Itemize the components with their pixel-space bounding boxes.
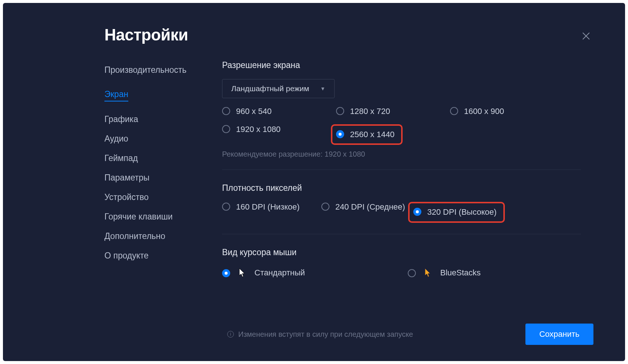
highlight-box: 320 DPI (Высокое) <box>408 202 505 223</box>
sidebar-item-advanced[interactable]: Дополнительно <box>104 226 222 246</box>
sidebar-item-gamepad[interactable]: Геймпад <box>104 149 222 168</box>
save-button[interactable]: Сохранить <box>525 324 593 345</box>
sidebar-item-screen[interactable]: Экран <box>104 85 128 101</box>
radio-label: 1280 x 720 <box>350 106 390 117</box>
dpi-options: 160 DPI (Низкое) 240 DPI (Среднее) 320 D… <box>222 202 581 223</box>
settings-window: Настройки Производительность Экран Графи… <box>3 3 625 361</box>
radio-label: 1920 x 1080 <box>236 124 281 135</box>
sidebar-item-graphics[interactable]: Графика <box>104 110 222 129</box>
resolution-radio-1920x1080[interactable]: 1920 x 1080 <box>222 124 336 145</box>
divider <box>222 169 581 170</box>
radio-icon <box>450 107 458 115</box>
resolution-radio-2560x1440[interactable]: 2560 x 1440 <box>336 129 395 140</box>
radio-label: 320 DPI (Высокое) <box>427 207 497 218</box>
radio-label: BlueStacks <box>440 268 481 278</box>
sidebar-item-parameters[interactable]: Параметры <box>104 168 222 188</box>
sidebar-item-device[interactable]: Устройство <box>104 188 222 207</box>
resolution-mode-dropdown[interactable]: Ландшафтный режим ▼ <box>222 79 335 98</box>
main-panel: Разрешение экрана Ландшафтный режим ▼ 96… <box>222 60 625 324</box>
sidebar-item-audio[interactable]: Аудио <box>104 129 222 149</box>
cursor-radio-bluestacks[interactable]: BlueStacks <box>408 268 481 278</box>
highlight-box: 2560 x 1440 <box>331 124 403 145</box>
radio-icon <box>321 203 329 211</box>
radio-icon <box>222 125 230 133</box>
dpi-radio-160[interactable]: 160 DPI (Низкое) <box>222 202 321 213</box>
page-title: Настройки <box>104 26 188 44</box>
sidebar: Производительность Экран Графика Аудио Г… <box>104 60 222 324</box>
close-icon <box>582 32 590 40</box>
radio-icon <box>413 208 421 216</box>
cursor-bluestacks-icon <box>425 268 431 278</box>
radio-icon <box>408 269 416 277</box>
resolution-radio-1280x720[interactable]: 1280 x 720 <box>336 106 450 117</box>
radio-icon <box>222 107 230 115</box>
divider <box>222 234 581 234</box>
sidebar-item-performance[interactable]: Производительность <box>104 60 222 80</box>
sidebar-item-about[interactable]: О продукте <box>104 246 222 265</box>
radio-label: 240 DPI (Среднее) <box>335 202 405 213</box>
radio-icon <box>336 130 344 138</box>
resolution-title: Разрешение экрана <box>222 60 581 70</box>
chevron-down-icon: ▼ <box>320 86 325 92</box>
cursor-title: Вид курсора мыши <box>222 247 581 257</box>
radio-label: Стандартный <box>254 268 305 278</box>
close-button[interactable] <box>579 29 593 43</box>
footer-note-text: Изменения вступят в силу при следующем з… <box>238 330 413 339</box>
resolution-radio-1600x900[interactable]: 1600 x 900 <box>450 106 564 117</box>
cursor-options: Стандартный BlueStacks <box>222 268 581 278</box>
radio-label: 1600 x 900 <box>464 106 504 117</box>
resolution-hint: Рекомендуемое разрешение: 1920 x 1080 <box>222 150 581 158</box>
radio-label: 160 DPI (Низкое) <box>236 202 300 213</box>
radio-icon <box>336 107 344 115</box>
dropdown-label: Ландшафтный режим <box>231 84 309 93</box>
info-icon: i <box>227 331 234 338</box>
radio-icon <box>222 203 230 211</box>
footer-note: i Изменения вступят в силу при следующем… <box>227 330 413 339</box>
cursor-standard-icon <box>239 268 246 278</box>
radio-label: 2560 x 1440 <box>350 129 395 140</box>
dpi-radio-240[interactable]: 240 DPI (Среднее) <box>321 202 413 213</box>
dpi-title: Плотность пикселей <box>222 183 581 193</box>
resolution-options: 960 x 540 1280 x 720 1600 x 900 1920 x 1… <box>222 106 581 145</box>
radio-icon <box>222 269 230 277</box>
cursor-radio-standard[interactable]: Стандартный <box>222 268 305 278</box>
radio-label: 960 x 540 <box>236 106 272 117</box>
dpi-radio-320[interactable]: 320 DPI (Высокое) <box>413 207 497 218</box>
sidebar-item-hotkeys[interactable]: Горячие клавиши <box>104 207 222 226</box>
resolution-radio-960x540[interactable]: 960 x 540 <box>222 106 336 117</box>
